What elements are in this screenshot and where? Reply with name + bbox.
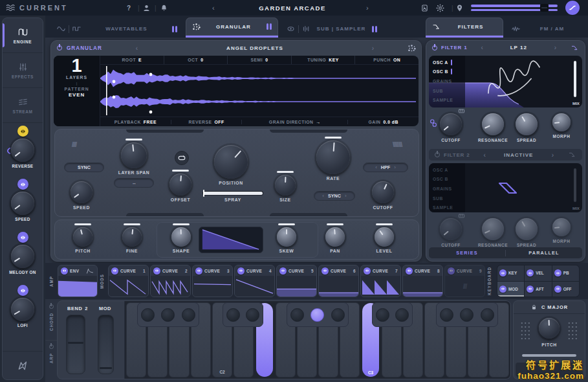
mod-source-handle[interactable] xyxy=(527,269,534,276)
volume-handle[interactable] xyxy=(540,4,549,12)
filter1-display[interactable]: OSC AOSC BGRAINSSUBSAMPLE MIX xyxy=(429,56,582,107)
waveform-area[interactable]: ROOTEOCT0SEMI0TUNINGKEYPUNCHON PLAYBACKF… xyxy=(100,56,419,126)
curve-card-7[interactable]: CURVE7 xyxy=(360,265,401,297)
filter1-power-icon[interactable] xyxy=(431,45,438,51)
filter1-type[interactable]: LP 12 xyxy=(510,45,527,51)
sidebar-item-effects[interactable]: EFFECTS xyxy=(3,53,43,88)
save-preset-button[interactable] xyxy=(420,0,429,16)
mod-source-pb[interactable]: PB xyxy=(552,265,579,281)
grain-filter-type-selector[interactable]: ‹HPF› xyxy=(363,163,408,172)
mod-source-off[interactable]: OFF xyxy=(552,282,579,297)
filter-type-prev[interactable]: ‹ xyxy=(481,44,483,51)
black-key[interactable] xyxy=(182,308,195,322)
curve-drag-handle[interactable] xyxy=(321,267,329,275)
master-volume-slider[interactable] xyxy=(471,0,558,16)
black-key[interactable] xyxy=(226,308,240,322)
mod-source-handle[interactable] xyxy=(499,286,506,293)
curve-card-4[interactable]: CURVE4 xyxy=(234,265,275,297)
macro-knob-speed[interactable] xyxy=(11,192,34,215)
pause-icon[interactable] xyxy=(372,26,377,32)
black-key[interactable] xyxy=(460,308,474,322)
mod-source-key[interactable]: KEY xyxy=(497,265,524,281)
curve-drag-handle[interactable] xyxy=(364,267,371,275)
filter-type-next[interactable]: › xyxy=(552,152,554,159)
shape-knob[interactable] xyxy=(171,227,191,247)
curve-card-1[interactable]: CURVE1 xyxy=(108,265,149,297)
level-knob[interactable] xyxy=(375,227,394,247)
spread-knob[interactable] xyxy=(516,218,538,240)
pause-icon[interactable] xyxy=(172,26,177,32)
preset-name[interactable]: GARDEN ARCADE xyxy=(224,0,361,16)
next-chevron[interactable]: › xyxy=(345,193,347,199)
amp-env-card[interactable]: ENV xyxy=(58,265,98,297)
route-sample[interactable]: SAMPLE xyxy=(433,203,465,212)
curve-card-8[interactable]: CURVE8 xyxy=(402,265,443,297)
cutoff-knob[interactable] xyxy=(372,181,394,203)
curve-card-3[interactable]: CURVE3 xyxy=(192,265,233,297)
scale-header[interactable]: C MAJOR xyxy=(514,301,585,314)
curve-drag-handle[interactable] xyxy=(448,267,455,275)
sidebar-item-engine[interactable]: ENGINE xyxy=(3,18,43,53)
macro-knob-melody-on[interactable] xyxy=(11,245,34,268)
preset-prev-button[interactable]: ‹ xyxy=(136,45,138,52)
size-knob[interactable] xyxy=(275,175,296,196)
route-osc-b[interactable]: OSC B xyxy=(433,67,465,77)
grain-footer-playback[interactable]: PLAYBACKFREE xyxy=(100,120,171,124)
filter2-type[interactable]: INACTIVE xyxy=(504,152,533,158)
black-key[interactable] xyxy=(141,308,155,322)
granular-preset-name[interactable]: ANGEL DROPLETS xyxy=(226,45,283,51)
curve-drag-handle[interactable] xyxy=(111,267,118,275)
grain-footer-gain[interactable]: GAIN0.0 dB xyxy=(347,120,419,124)
location-button[interactable] xyxy=(455,0,464,16)
pitch-bend-wheel[interactable] xyxy=(66,315,85,374)
pitch-knob[interactable] xyxy=(73,227,93,247)
route-osc-b[interactable]: OSC B xyxy=(433,175,465,185)
grain-footer-reverse[interactable]: REVERSEOFF xyxy=(171,120,242,124)
mod-source-mod[interactable]: MOD xyxy=(497,282,524,297)
tab-fm-am[interactable]: FM / AM xyxy=(505,20,587,38)
offset-knob[interactable] xyxy=(169,174,191,196)
curve-drag-handle[interactable] xyxy=(153,267,160,275)
prev-chevron[interactable]: ‹ xyxy=(375,164,377,170)
black-key[interactable] xyxy=(395,308,409,322)
resonance-knob[interactable] xyxy=(482,218,504,240)
grain-param-tuning[interactable]: TUNINGKEY xyxy=(291,56,355,64)
curve-drag-handle[interactable] xyxy=(195,267,202,275)
route-grains[interactable]: GRAINS xyxy=(433,184,465,194)
rate-sync-selector[interactable]: ‹SYNC› xyxy=(314,191,355,201)
cutoff-knob[interactable] xyxy=(440,113,462,135)
filter2-power-icon[interactable] xyxy=(434,152,441,158)
black-key[interactable] xyxy=(290,308,304,322)
scale-pitch-knob[interactable] xyxy=(539,318,560,339)
filter2-display[interactable]: OSC AOSC BGRAINSSUBSAMPLE MIX xyxy=(429,163,582,212)
route-sub[interactable]: SUB xyxy=(433,86,465,96)
grain-param-punch[interactable]: PUNCHON xyxy=(354,56,419,64)
route-grains[interactable]: GRAINS xyxy=(433,76,465,86)
black-key[interactable] xyxy=(376,308,389,322)
mod-source-handle[interactable] xyxy=(554,269,561,276)
preset-prev-button[interactable]: ‹ xyxy=(212,0,215,16)
grain-shape-display[interactable] xyxy=(199,227,263,253)
smooth-curve-button[interactable] xyxy=(565,1,580,15)
macro-knob-reverse[interactable] xyxy=(11,139,34,162)
tab-wavetables[interactable]: WAVETABLES xyxy=(50,20,184,38)
route-osc-a[interactable]: OSC A xyxy=(433,58,465,67)
curve-card-9[interactable]: CURVE9/// xyxy=(444,265,485,297)
resonance-knob[interactable] xyxy=(482,113,504,135)
chord-power-icon[interactable] xyxy=(49,304,54,309)
tab-sub-sampler[interactable]: SUB | SAMPLER xyxy=(280,20,384,38)
layer-span-width-pill[interactable]: ↔ xyxy=(114,178,154,188)
spread-knob[interactable] xyxy=(516,113,538,135)
series-option[interactable]: SERIES xyxy=(429,250,505,256)
cutoff-knob[interactable] xyxy=(440,218,462,240)
grain-param-oct[interactable]: OCT0 xyxy=(164,56,228,64)
tab-filters[interactable]: FILTERS xyxy=(426,17,503,38)
mod-source-handle[interactable] xyxy=(499,269,506,276)
chord-toggle[interactable]: CHORD xyxy=(45,300,57,341)
route-osc-a[interactable]: OSC A xyxy=(433,165,465,175)
black-key[interactable] xyxy=(246,308,259,322)
tab-granular[interactable]: GRANULAR xyxy=(186,17,278,38)
preset-next-button[interactable]: › xyxy=(372,45,374,52)
sample-waveform[interactable] xyxy=(100,65,419,117)
mod-source-vel[interactable]: VEL xyxy=(525,265,551,281)
